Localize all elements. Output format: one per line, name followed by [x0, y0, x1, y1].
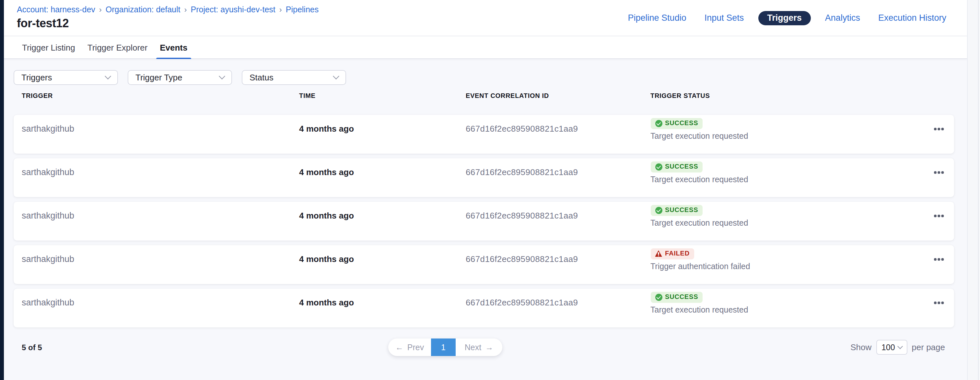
event-time: 4 months ago [299, 158, 466, 197]
event-time: 4 months ago [299, 289, 466, 327]
column-header: TRIGGER [22, 92, 299, 100]
status-message: Target execution requested [651, 218, 748, 228]
filter-dropdown[interactable]: Status [242, 70, 346, 85]
pipeline-nav-item[interactable]: Analytics [821, 11, 864, 25]
status-message: Target execution requested [651, 131, 748, 141]
breadcrumb-link[interactable]: Project: ayushi-dev-test [191, 5, 275, 15]
status-message: Target execution requested [651, 174, 748, 185]
filter-placeholder: Trigger Type [135, 73, 183, 82]
filter-dropdown[interactable]: Triggers [14, 70, 118, 85]
page-title: for-test12 [17, 17, 318, 30]
filter-placeholder: Status [250, 73, 274, 82]
events-table: sarthakgithub 4 months ago 667d16f2ec895… [14, 115, 954, 327]
check-circle-icon [655, 206, 662, 214]
breadcrumb-separator-icon: › [99, 5, 102, 15]
tab[interactable]: Trigger Explorer [88, 36, 148, 58]
warning-triangle-icon [655, 250, 662, 257]
pagination-summary: 5 of 5 [22, 343, 42, 352]
event-row: sarthakgithub 4 months ago 667d16f2ec895… [14, 115, 954, 154]
trigger-status-cell: SUCCESS Target execution requested [651, 115, 927, 154]
arrow-right-icon: → [485, 343, 493, 352]
status-label: FAILED [665, 248, 690, 259]
column-header: EVENT CORRELATION ID [466, 92, 651, 100]
next-page-button[interactable]: Next → [456, 338, 502, 356]
prev-label: Prev [407, 343, 424, 352]
check-circle-icon [655, 294, 662, 300]
page-number-button[interactable]: 1 [431, 338, 456, 356]
filter-placeholder: Triggers [21, 73, 52, 82]
pager: ← Prev 1 Next → [388, 338, 502, 356]
tab-bar: Trigger ListingTrigger ExplorerEvents [4, 36, 967, 59]
chevron-down-icon [897, 344, 902, 349]
event-time: 4 months ago [299, 202, 466, 241]
show-label: Show [850, 342, 872, 352]
page-header: Account: harness-dev›Organization: defau… [4, 0, 967, 36]
status-label: SUCCESS [665, 205, 698, 215]
pipeline-nav-item[interactable]: Triggers [758, 11, 811, 25]
event-correlation-id: 667d16f2ec895908821c1aa9 [466, 202, 651, 241]
status-badge: SUCCESS [651, 292, 703, 302]
trigger-name: sarthakgithub [22, 202, 299, 241]
status-badge: FAILED [651, 248, 694, 259]
breadcrumb-separator-icon: › [185, 5, 187, 15]
trigger-name: sarthakgithub [22, 115, 299, 154]
page-size-value: 100 [881, 343, 895, 352]
trigger-status-cell: FAILED Trigger authentication failed [651, 245, 927, 284]
event-row: sarthakgithub 4 months ago 667d16f2ec895… [14, 289, 954, 327]
status-label: SUCCESS [665, 292, 698, 302]
status-badge: SUCCESS [651, 161, 703, 172]
page-size-control: Show 100 per page [850, 340, 945, 355]
more-options-button[interactable] [934, 215, 937, 217]
tab[interactable]: Events [160, 36, 187, 58]
more-options-button[interactable] [934, 128, 937, 130]
trigger-name: sarthakgithub [22, 245, 299, 284]
filter-dropdown[interactable]: Trigger Type [128, 70, 232, 85]
triggers-events-page: Account: harness-dev›Organization: defau… [0, 0, 980, 380]
trigger-status-cell: SUCCESS Target execution requested [651, 202, 927, 241]
event-time: 4 months ago [299, 245, 466, 284]
next-label: Next [465, 343, 481, 352]
event-time: 4 months ago [299, 115, 466, 154]
chevron-down-icon [333, 73, 339, 80]
more-options-button[interactable] [934, 171, 937, 174]
collapsed-sidebar-rail[interactable] [0, 0, 4, 380]
column-header: TRIGGER STATUS [651, 92, 927, 100]
breadcrumb-link[interactable]: Pipelines [286, 5, 318, 15]
check-circle-icon [655, 120, 662, 127]
event-row: sarthakgithub 4 months ago 667d16f2ec895… [14, 245, 954, 284]
main-panel: Account: harness-dev›Organization: defau… [4, 0, 967, 380]
event-row: sarthakgithub 4 months ago 667d16f2ec895… [14, 158, 954, 197]
pipeline-nav-item[interactable]: Execution History [874, 11, 950, 25]
event-row: sarthakgithub 4 months ago 667d16f2ec895… [14, 202, 954, 241]
pipeline-section-nav: Pipeline StudioInput SetsTriggersAnalyti… [624, 0, 950, 36]
header-left: Account: harness-dev›Organization: defau… [17, 0, 318, 36]
breadcrumb-link[interactable]: Account: harness-dev [17, 5, 95, 15]
status-message: Target execution requested [651, 305, 748, 315]
row-actions [927, 158, 944, 197]
breadcrumb: Account: harness-dev›Organization: defau… [17, 5, 318, 15]
row-actions [927, 115, 944, 154]
more-options-button[interactable] [934, 302, 937, 304]
tab[interactable]: Trigger Listing [22, 36, 75, 58]
breadcrumb-separator-icon: › [279, 5, 282, 15]
status-label: SUCCESS [665, 118, 698, 128]
column-header: TIME [299, 92, 466, 100]
trigger-status-cell: SUCCESS Target execution requested [651, 158, 927, 197]
arrow-left-icon: ← [395, 343, 404, 352]
trigger-status-cell: SUCCESS Target execution requested [651, 289, 927, 327]
row-actions [927, 289, 944, 327]
status-badge: SUCCESS [651, 118, 703, 129]
prev-page-button[interactable]: ← Prev [388, 338, 431, 356]
status-message: Trigger authentication failed [651, 261, 750, 272]
pipeline-nav-item[interactable]: Input Sets [701, 11, 748, 25]
page-size-select[interactable]: 100 [876, 340, 907, 355]
status-label: SUCCESS [665, 161, 698, 172]
trigger-name: sarthakgithub [22, 158, 299, 197]
per-page-label: per page [912, 342, 945, 352]
row-actions [927, 245, 944, 284]
pipeline-nav-item[interactable]: Pipeline Studio [624, 11, 690, 25]
event-correlation-id: 667d16f2ec895908821c1aa9 [466, 245, 651, 284]
breadcrumb-link[interactable]: Organization: default [106, 5, 180, 15]
check-circle-icon [655, 163, 662, 170]
more-options-button[interactable] [934, 258, 937, 260]
